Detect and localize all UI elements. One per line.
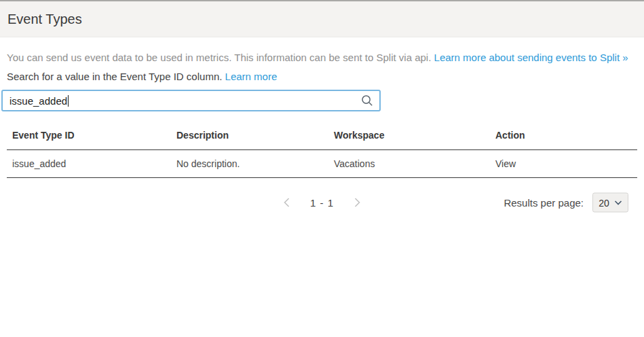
event-types-page: Event Types You can send us event data t… [0, 0, 644, 337]
intro-text: You can send us event data to be used in… [7, 51, 637, 64]
page-range: 1 - 1 [310, 197, 334, 209]
intro-description: You can send us event data to be used in… [7, 52, 434, 63]
column-header-event-type-id: Event Type ID [7, 130, 176, 141]
results-per-page-select[interactable]: 20 [592, 193, 628, 213]
search-input[interactable]: issue_added [1, 90, 381, 111]
cell-event-type-id: issue_added [7, 158, 176, 169]
pagination-bar: 1 - 1 Results per page: 20 [7, 192, 637, 213]
chevron-left-icon [283, 197, 290, 208]
table-header-row: Event Type ID Description Workspace Acti… [7, 121, 637, 150]
chevron-right-icon [354, 197, 361, 208]
column-header-action: Action [495, 130, 637, 141]
results-per-page: Results per page: 20 [504, 193, 628, 213]
cell-workspace: Vacations [334, 158, 495, 169]
table-row: issue_added No description. Vacations Vi… [7, 150, 637, 178]
column-header-workspace: Workspace [334, 130, 495, 141]
text-caret [68, 95, 69, 107]
learn-more-search-link[interactable]: Learn more [225, 71, 278, 82]
cell-description: No description. [176, 158, 334, 169]
results-per-page-label: Results per page: [504, 197, 584, 209]
search-icon[interactable] [361, 94, 373, 107]
search-instruction-text: Search for a value in the Event Type ID … [7, 71, 225, 82]
chevron-down-icon [614, 200, 622, 205]
next-page-button[interactable] [352, 196, 362, 209]
page-header: Event Types [0, 1, 644, 37]
page-title: Event Types [7, 12, 82, 27]
column-header-description: Description [176, 130, 334, 141]
search-input-value: issue_added [10, 95, 67, 107]
view-action-link[interactable]: View [495, 158, 637, 169]
learn-more-events-link[interactable]: Learn more about sending events to Split… [434, 52, 628, 63]
results-per-page-value: 20 [599, 197, 609, 208]
search-instruction: Search for a value in the Event Type ID … [7, 70, 637, 83]
main-content: You can send us event data to be used in… [0, 51, 644, 213]
prev-page-button[interactable] [282, 196, 292, 209]
